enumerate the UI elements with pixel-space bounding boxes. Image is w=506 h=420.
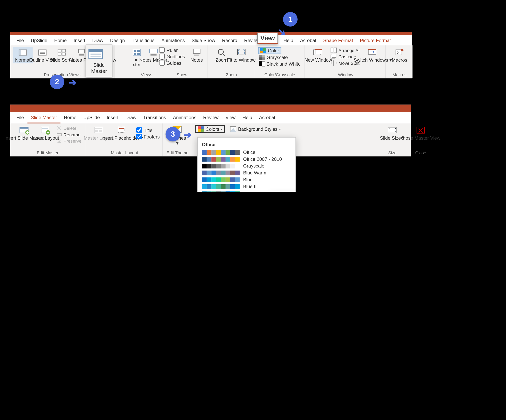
svg-rect-67 [119, 128, 124, 129]
svg-rect-46 [368, 49, 376, 50]
tab-animations[interactable]: Animations [170, 112, 200, 123]
group-master-layout: Master Layout Insert Placeholder ▾ Title… [87, 124, 163, 156]
tab-view[interactable]: View [222, 112, 239, 123]
scheme-office[interactable]: Office [198, 149, 295, 156]
tab-insert[interactable]: Insert [70, 35, 89, 46]
svg-rect-71 [198, 129, 201, 131]
tab-draw[interactable]: Draw [89, 35, 107, 46]
group-close: Close Master View Close [406, 124, 435, 156]
insert-slide-master-button[interactable]: Insert Slide Master [13, 125, 35, 144]
svg-rect-9 [62, 52, 66, 55]
tab-file[interactable]: File [13, 35, 27, 46]
callout-1: 1 [283, 12, 298, 27]
scheme-grayscale[interactable]: Grayscale [198, 162, 295, 169]
svg-rect-40 [331, 48, 333, 53]
svg-rect-36 [262, 61, 265, 66]
tab-picture-format[interactable]: Picture Format [357, 35, 394, 46]
scheme-blue-ii[interactable]: Blue II [198, 183, 295, 190]
gridlines-checkbox[interactable]: Gridlines [159, 53, 185, 59]
tab-home[interactable]: Home [51, 35, 70, 46]
tab-transitions[interactable]: Transitions [128, 35, 158, 46]
insert-placeholder-button[interactable]: Insert Placeholder ▾ [110, 125, 135, 141]
rename-button[interactable]: Rename [56, 131, 82, 138]
close-master-view-button[interactable]: Close Master View [409, 125, 432, 141]
svg-point-26 [218, 49, 223, 54]
svg-rect-65 [99, 130, 102, 132]
slide-sorter-button[interactable]: Slide Sorter [52, 47, 72, 64]
group-color-grayscale: Color Grayscale Black and White Color/Gr… [255, 46, 304, 78]
footers-checkbox[interactable]: Footers [136, 134, 160, 139]
tab-review[interactable]: Review [200, 112, 222, 123]
scheme-blue[interactable]: Blue [198, 176, 295, 183]
svg-rect-43 [332, 54, 336, 57]
slide-master-popup[interactable]: Slide Master [86, 45, 113, 77]
switch-windows-button[interactable]: Switch Windows ▾ [363, 47, 383, 66]
tab-upslide[interactable]: UpSlide [80, 112, 103, 123]
svg-rect-1 [19, 50, 21, 55]
svg-rect-72 [201, 129, 204, 131]
tab-design[interactable]: Design [107, 35, 128, 46]
group-edit-master: Insert Slide Master Insert Layout Delete… [10, 124, 85, 156]
guides-checkbox[interactable]: Guides [159, 60, 185, 66]
svg-rect-30 [263, 48, 266, 51]
arrow-2: ➔ [69, 77, 76, 88]
tab-transitions[interactable]: Transitions [140, 112, 170, 123]
color-button[interactable]: Color [258, 47, 281, 54]
tab-insert[interactable]: Insert [103, 112, 122, 123]
delete-button: Delete [56, 125, 82, 131]
tab-animations[interactable]: Animations [158, 35, 188, 46]
title-checkbox[interactable]: Title [136, 127, 160, 133]
grayscale-button[interactable]: Grayscale [258, 54, 289, 60]
black-white-button[interactable]: Black and White [258, 61, 301, 67]
fit-to-window-button[interactable]: Fit to Window [232, 47, 251, 64]
svg-rect-10 [79, 49, 84, 53]
tab-slide-master[interactable]: Slide Master [27, 112, 60, 123]
tab-home[interactable]: Home [60, 112, 80, 123]
tab-acrobat[interactable]: Acrobat [256, 112, 279, 123]
group-zoom: Zoom Fit to Window Zoom [209, 46, 254, 78]
group-show: Ruler Gridlines Guides Notes Show [157, 46, 208, 78]
svg-rect-2 [39, 50, 46, 55]
group-master-views: Slide Master outster Notes Master Views [116, 46, 155, 78]
svg-rect-54 [20, 127, 28, 129]
scheme-blue-warm[interactable]: Blue Warm [198, 169, 295, 176]
svg-rect-33 [262, 55, 265, 58]
background-styles-dropdown[interactable]: Background Styles▾ [229, 125, 282, 133]
tab-draw[interactable]: Draw [122, 112, 140, 123]
outline-view-button[interactable]: Outline View [33, 47, 52, 64]
tab-acrobat[interactable]: Acrobat [297, 35, 320, 46]
svg-rect-51 [91, 53, 101, 55]
tab-help[interactable]: Help [239, 112, 256, 123]
svg-rect-39 [315, 49, 322, 50]
colors-menu-header: Office [198, 140, 295, 149]
group-macros: Macros Macros [387, 46, 412, 78]
tab-shape-format[interactable]: Shape Format [320, 35, 357, 46]
slide-size-button[interactable]: Slide Size ▾ [382, 125, 402, 141]
svg-rect-31 [260, 51, 263, 53]
callout-3: 3 [166, 127, 180, 141]
macros-button[interactable]: Macros [390, 47, 409, 64]
tab-file[interactable]: File [13, 112, 27, 123]
svg-rect-64 [95, 130, 98, 132]
svg-rect-50 [89, 49, 102, 52]
arrange-all-button[interactable]: Arrange All [330, 47, 361, 53]
svg-rect-8 [58, 52, 61, 55]
ribbon-view-panel: FileUpSlideHomeInsertDrawDesignTransitio… [10, 32, 412, 79]
tab-record[interactable]: Record [219, 35, 241, 46]
new-window-button[interactable]: New Window [308, 47, 328, 66]
notes-button[interactable]: Notes [189, 47, 205, 64]
callout-2: 2 [50, 74, 64, 89]
svg-rect-19 [137, 53, 140, 55]
scheme-office-2007-2010[interactable]: Office 2007 - 2010 [198, 156, 295, 163]
svg-line-27 [223, 54, 225, 56]
svg-rect-23 [193, 49, 200, 53]
ruler-checkbox[interactable]: Ruler [159, 47, 185, 53]
view-tab-highlight[interactable]: View [257, 33, 278, 44]
colors-dropdown[interactable]: Colors▾ [195, 125, 225, 133]
svg-rect-69 [198, 126, 201, 129]
scheme-blue-green[interactable]: Blue Green [198, 190, 295, 192]
svg-rect-20 [149, 49, 157, 53]
tab-slide-show[interactable]: Slide Show [188, 35, 219, 46]
tab-upslide[interactable]: UpSlide [27, 35, 51, 46]
insert-layout-button[interactable]: Insert Layout [36, 125, 55, 144]
